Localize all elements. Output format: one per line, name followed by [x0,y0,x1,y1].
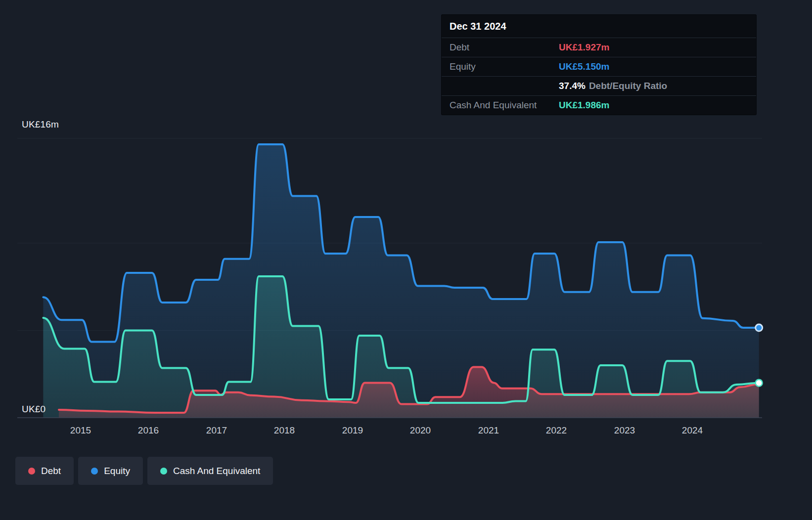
tooltip-cash-value: UK£1.986m [559,100,609,111]
tooltip-row-cash: Cash And Equivalent UK£1.986m [442,95,756,115]
debt-equity-history-chart-page: UK£16m UK£0 2015 2016 2017 2018 2019 202… [0,0,812,520]
x-tick-2017: 2017 [206,425,227,436]
equity-series-dot-icon [91,468,98,475]
tooltip-ratio-value: 37.4% [559,81,586,91]
tooltip-cash-label: Cash And Equivalent [450,100,559,111]
tooltip-ratio-label: Debt/Equity Ratio [589,81,667,91]
debt-series-dot-icon [28,468,35,475]
legend: Debt Equity Cash And Equivalent [15,457,273,485]
y-axis-label-zero: UK£0 [22,404,45,415]
data-tooltip: Dec 31 2024 Debt UK£1.927m Equity UK£5.1… [442,15,756,115]
x-tick-2023: 2023 [614,425,635,436]
tooltip-debt-label: Debt [450,42,559,53]
tooltip-row-equity: Equity UK£5.150m [442,57,756,76]
x-tick-2024: 2024 [682,425,703,436]
tooltip-debt-value: UK£1.927m [559,42,609,53]
tooltip-equity-label: Equity [450,61,559,72]
x-tick-2018: 2018 [274,425,295,436]
legend-label-debt: Debt [41,466,61,477]
tooltip-row-debt: Debt UK£1.927m [442,38,756,57]
cash-series-dot-icon [160,468,167,475]
legend-label-cash: Cash And Equivalent [173,466,260,477]
x-tick-2022: 2022 [546,425,567,436]
x-tick-2021: 2021 [478,425,499,436]
tooltip-date: Dec 31 2024 [442,15,756,38]
tooltip-ratio: 37.4%Debt/Equity Ratio [559,81,667,91]
legend-item-debt[interactable]: Debt [15,457,74,485]
y-axis-label-max: UK£16m [22,119,59,130]
legend-item-cash[interactable]: Cash And Equivalent [147,457,273,485]
legend-label-equity: Equity [104,466,130,477]
x-tick-2015: 2015 [70,425,91,436]
x-tick-2016: 2016 [138,425,159,436]
legend-item-equity[interactable]: Equity [78,457,143,485]
x-tick-2019: 2019 [342,425,363,436]
tooltip-equity-value: UK£5.150m [559,61,609,72]
x-tick-2020: 2020 [410,425,431,436]
tooltip-row-ratio: 37.4%Debt/Equity Ratio [442,76,756,95]
